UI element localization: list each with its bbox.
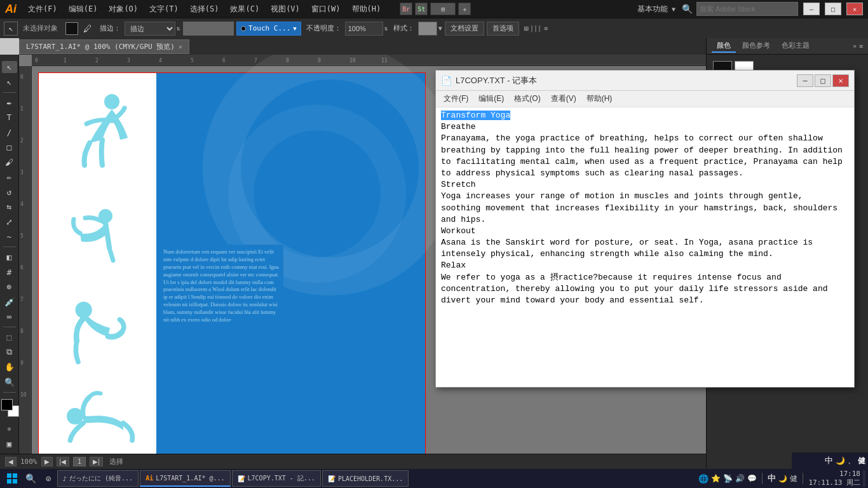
taskbar-app-placeholder[interactable]: 📝 PLACEHOLDER.TX... xyxy=(322,470,409,487)
side-panel-header: 颜色 颜色参考 色彩主题 » ≡ xyxy=(707,38,868,55)
menu-help[interactable]: 帮助(H) xyxy=(347,3,386,16)
close-btn[interactable]: ✕ xyxy=(846,3,863,15)
color-theme-tab[interactable]: 色彩主题 xyxy=(776,39,815,53)
np-menu-edit[interactable]: 编辑(E) xyxy=(475,92,508,105)
notepad-window: 📄 L7COPY.TXT - 记事本 — □ ✕ 文件(F) 编辑(E) 格式(… xyxy=(435,70,855,388)
grid-icon[interactable]: ⊞ xyxy=(430,3,456,15)
arrow-icon[interactable]: ✈ xyxy=(458,3,471,15)
doc-settings-btn[interactable]: 文档设置 xyxy=(445,22,484,36)
moon-icon[interactable]: 🌙 xyxy=(778,475,787,483)
fill-color[interactable] xyxy=(65,22,78,35)
touch-dropdown[interactable]: Touch C... ▼ xyxy=(236,22,301,36)
zoom-in-btn[interactable]: ▶ xyxy=(41,457,53,466)
pencil-tool[interactable]: ✏ xyxy=(2,171,17,183)
lorem-text-block[interactable]: Num doloreetum ven sequam ver suscipisti… xyxy=(159,245,283,454)
menu-file[interactable]: 文件(F) xyxy=(23,3,62,16)
maximize-btn[interactable]: □ xyxy=(825,3,841,15)
foreground-swatch[interactable] xyxy=(1,399,13,410)
rotate-tool[interactable]: ↺ xyxy=(2,186,17,198)
artboard-tool[interactable]: ⬚ xyxy=(2,331,17,343)
type-tool[interactable]: T xyxy=(2,111,17,123)
ime-keyboard[interactable]: 、 xyxy=(848,456,855,466)
ime-moon[interactable]: 🌙 xyxy=(836,456,845,465)
panel-menu-icon[interactable]: ≡ xyxy=(859,43,863,50)
scale-tool[interactable]: ⤢ xyxy=(2,215,17,227)
start-button[interactable] xyxy=(3,470,22,487)
ime-icon[interactable]: 健 xyxy=(790,473,797,484)
goto-last-btn[interactable]: ▶| xyxy=(90,457,103,466)
notepad-minimize[interactable]: — xyxy=(797,74,813,87)
st-icon[interactable]: St xyxy=(415,3,428,15)
tray-icon-2[interactable]: 📡 xyxy=(723,474,733,483)
style-preview[interactable] xyxy=(418,22,437,36)
ime-health[interactable]: 健 xyxy=(858,456,865,466)
np-menu-file[interactable]: 文件(F) xyxy=(440,92,472,105)
tray-icon-1[interactable]: ⭐ xyxy=(711,474,721,483)
taskbar-search[interactable]: 🔍 xyxy=(22,470,39,487)
minimize-btn[interactable]: — xyxy=(803,3,820,15)
eyedropper-tool[interactable]: 💉 xyxy=(2,295,17,308)
mirror-tool[interactable]: ⇆ xyxy=(2,201,17,213)
tray-icon-3[interactable]: 🔊 xyxy=(735,474,745,483)
svg-text:2: 2 xyxy=(20,138,24,144)
paintbrush-tool[interactable]: 🖌 xyxy=(2,156,17,168)
taskbar: 🔍 ⊙ ♪ だったにに (純音... Ai L7START_1.AI* @...… xyxy=(0,469,868,488)
opacity-input[interactable] xyxy=(345,22,383,36)
pen-tool[interactable]: ✒ xyxy=(2,97,17,109)
line-tool[interactable]: / xyxy=(2,126,17,139)
color-tab[interactable]: 颜色 xyxy=(712,39,736,53)
br-icon[interactable]: Br xyxy=(400,3,412,15)
menu-edit[interactable]: 编辑(E) xyxy=(64,3,103,16)
warp-tool[interactable]: ~ xyxy=(2,231,17,243)
show-desktop-btn[interactable] xyxy=(863,470,865,487)
color-ref-tab[interactable]: 颜色参考 xyxy=(737,39,775,53)
none-swatch[interactable]: ⊘ xyxy=(2,423,17,435)
np-line-3: Pranayama, the yoga practice of breathin… xyxy=(441,133,823,143)
no-selection-label: 未选择对象 xyxy=(20,22,60,34)
np-menu-view[interactable]: 查看(V) xyxy=(547,92,580,105)
menu-view[interactable]: 视图(V) xyxy=(266,3,305,16)
zoom-out-btn[interactable]: ◀ xyxy=(5,457,17,466)
goto-first-btn[interactable]: |◀ xyxy=(57,457,70,466)
tool-separator-3 xyxy=(3,327,16,327)
menu-text[interactable]: 文字(T) xyxy=(144,3,184,16)
taskbar-app-music[interactable]: ♪ だったにに (純音... xyxy=(57,470,139,487)
np-menu-help[interactable]: 帮助(H) xyxy=(583,92,616,105)
select-tool[interactable]: ↖ xyxy=(4,22,18,36)
doc-tab-item[interactable]: L7START_1.AI* @ 100% (CMYK/GPU 预览) ✕ xyxy=(19,39,189,54)
ie-icon[interactable]: 🌐 xyxy=(698,474,709,484)
zoom-tool[interactable]: 🔍 xyxy=(2,376,17,388)
gradient-tool[interactable]: ◧ xyxy=(2,251,17,263)
menu-effect[interactable]: 效果(C) xyxy=(225,3,264,16)
shape-builder[interactable]: ⊕ xyxy=(2,281,17,293)
notepad-content-area[interactable]: Transform Yoga Breathe Pranayama, the yo… xyxy=(436,107,854,387)
ime-chinese[interactable]: 中 xyxy=(825,455,833,466)
rect-tool[interactable]: □ xyxy=(2,141,17,153)
np-menu-format[interactable]: 格式(O) xyxy=(510,92,544,105)
panel-expand-icon[interactable]: » xyxy=(853,43,857,50)
taskbar-app-notepad[interactable]: 📝 L7COPY.TXT - 記... xyxy=(232,470,321,487)
np-line-17: divert your mind toward your body and es… xyxy=(441,295,703,305)
blend-tool[interactable]: ∞ xyxy=(2,311,17,323)
style-label: 样式： xyxy=(391,22,417,34)
select-tool-btn[interactable]: ↖ xyxy=(2,61,17,73)
menu-select[interactable]: 选择(S) xyxy=(185,3,224,16)
mesh-tool[interactable]: # xyxy=(2,266,17,278)
lang-indicator[interactable]: 中 xyxy=(768,473,776,484)
preferences-btn[interactable]: 首选项 xyxy=(487,22,519,36)
notepad-maximize[interactable]: □ xyxy=(815,74,831,87)
slice-tool[interactable]: ⧉ xyxy=(2,346,17,358)
menu-window[interactable]: 窗口(W) xyxy=(306,3,346,16)
menu-object[interactable]: 对象(O) xyxy=(104,3,143,16)
tray-icon-4[interactable]: 💬 xyxy=(747,474,757,483)
stroke-control: 描边： 描边 ⇅ xyxy=(97,22,180,36)
notepad-close[interactable]: ✕ xyxy=(832,74,849,87)
taskbar-app-ai[interactable]: Ai L7START_1.AI* @... xyxy=(140,470,230,487)
hand-tool[interactable]: ✋ xyxy=(2,361,17,373)
system-time[interactable]: 17:18 17:11.13 周二 xyxy=(808,470,860,487)
stock-search[interactable] xyxy=(696,2,798,16)
stroke-select[interactable]: 描边 xyxy=(125,22,175,36)
direct-select-tool[interactable]: ↖ xyxy=(2,76,17,88)
screen-mode[interactable]: ▣ xyxy=(2,437,17,449)
taskbar-cortana[interactable]: ⊙ xyxy=(39,470,57,487)
